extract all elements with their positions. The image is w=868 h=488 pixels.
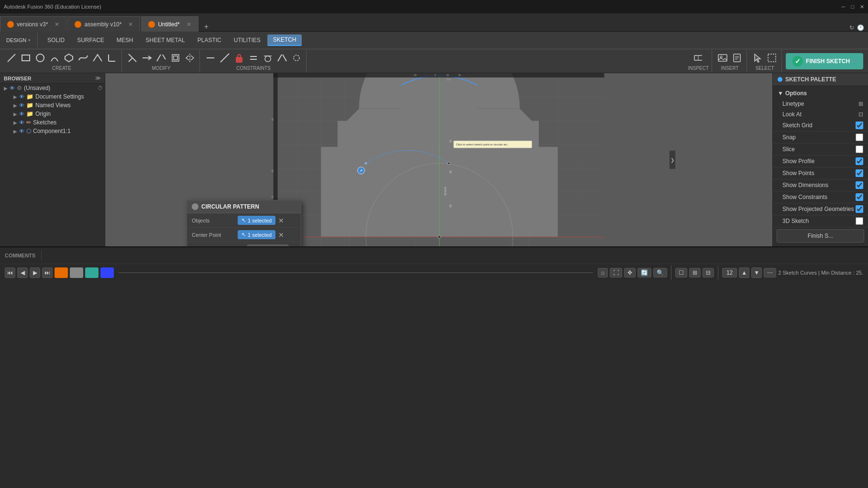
- tab-add-button[interactable]: +: [199, 22, 213, 31]
- tab-untitled[interactable]: Untitled* ✕: [141, 16, 198, 32]
- project-btn[interactable]: [290, 51, 303, 65]
- browser-item-doc-settings[interactable]: ▶ 👁 📁 Document Settings: [0, 92, 105, 101]
- timeline-item-4[interactable]: [100, 267, 114, 278]
- fillet-tool-btn[interactable]: [105, 51, 119, 65]
- tab-close-untitled[interactable]: ✕: [187, 21, 191, 28]
- center-point-btn[interactable]: ↖ 1 selected: [238, 230, 275, 239]
- qty-down-btn[interactable]: ▼: [751, 267, 762, 278]
- tab-sketch[interactable]: SKETCH: [267, 34, 302, 46]
- offset-tool-btn[interactable]: [169, 51, 182, 65]
- qty-up-btn[interactable]: ▲: [739, 267, 749, 278]
- palette-options-header[interactable]: ▼ Options: [773, 88, 868, 99]
- view-home-btn[interactable]: ⌂: [598, 268, 608, 277]
- polygon-tool-btn[interactable]: [62, 51, 76, 65]
- show-dimensions-checkbox[interactable]: [856, 181, 863, 189]
- tab-versions[interactable]: versions v3* ✕: [0, 16, 66, 32]
- timeline-play[interactable]: ▶: [30, 267, 40, 278]
- dimension-tool-btn[interactable]: [692, 51, 705, 65]
- history-icon[interactable]: ⏱: [98, 85, 103, 91]
- tab-solid[interactable]: SOLID: [42, 35, 70, 45]
- tab-mesh[interactable]: MESH: [111, 35, 139, 45]
- browser-item-origin[interactable]: ▶ 👁 📁 Origin: [0, 110, 105, 118]
- refresh-btn[interactable]: ↻: [849, 24, 854, 31]
- show-points-checkbox[interactable]: [856, 169, 863, 177]
- mirror-tool-btn[interactable]: [183, 51, 197, 65]
- window-select-btn[interactable]: [765, 51, 779, 65]
- timeline-item-2[interactable]: [70, 267, 83, 278]
- show-projected-checkbox[interactable]: [856, 205, 863, 213]
- distribution-select[interactable]: Full Symmetric Custom: [247, 244, 288, 246]
- clock-btn[interactable]: 🕐: [857, 24, 864, 31]
- select-tool-btn[interactable]: [751, 51, 764, 65]
- browser-item-named-views[interactable]: ▶ 👁 📁 Named Views: [0, 101, 105, 110]
- view-zoom-btn[interactable]: 🔍: [653, 268, 667, 277]
- browser-item-sketches[interactable]: ▶ 👁 ✏ Sketches: [0, 118, 105, 127]
- break-tool-btn[interactable]: [154, 51, 168, 65]
- finish-sketch-btn[interactable]: ✓ FINISH SKETCH ▼: [786, 53, 863, 69]
- view-pan-btn[interactable]: ✥: [624, 268, 636, 277]
- insert-icons: [716, 51, 744, 65]
- center-point-clear-btn[interactable]: ✕: [278, 231, 284, 239]
- insert-image-btn[interactable]: [716, 51, 729, 65]
- view-separator: [671, 266, 671, 280]
- tab-utilities[interactable]: UTILITIES: [228, 35, 266, 45]
- maximize-btn[interactable]: □: [851, 4, 854, 10]
- browser-item-component[interactable]: ▶ 👁 ⬡ Component1:1: [0, 127, 105, 135]
- extend-tool-btn[interactable]: [140, 51, 154, 65]
- view-more-btn[interactable]: ⋯: [764, 268, 776, 277]
- snap-checkbox[interactable]: [856, 133, 863, 141]
- expand-origin: ▶: [13, 111, 17, 117]
- tab-surface[interactable]: SURFACE: [71, 35, 110, 45]
- palette-collapse-arrow[interactable]: ❯: [669, 150, 676, 169]
- timeline-skip-start[interactable]: ⏮: [5, 267, 15, 278]
- view-fit-btn[interactable]: ⛶: [610, 268, 622, 277]
- tab-plastic[interactable]: PLASTIC: [192, 35, 227, 45]
- equal-btn[interactable]: [247, 51, 260, 65]
- palette-title: SKETCH PALETTE: [785, 76, 836, 83]
- trim-tool-btn[interactable]: [126, 51, 139, 65]
- horizontal-constraint-btn[interactable]: [204, 51, 217, 65]
- tab-sheet-metal[interactable]: SHEET METAL: [140, 35, 190, 45]
- show-constraints-checkbox[interactable]: [856, 193, 863, 201]
- conic-tool-btn[interactable]: [91, 51, 104, 65]
- slice-checkbox[interactable]: [856, 145, 863, 153]
- view-snap-btn[interactable]: ⊟: [703, 268, 714, 277]
- linetype-action-icon[interactable]: ⊞: [858, 100, 863, 107]
- svg-line-17: [278, 55, 282, 61]
- tab-close-versions[interactable]: ✕: [55, 21, 59, 28]
- coincident-btn[interactable]: [218, 51, 231, 65]
- line-tool-btn[interactable]: [5, 51, 18, 65]
- svg-point-58: [365, 162, 367, 164]
- tab-close-assembly[interactable]: ✕: [128, 21, 133, 28]
- lock-btn[interactable]: [232, 51, 246, 65]
- 3d-sketch-checkbox[interactable]: [856, 217, 863, 225]
- browser-item-unsaved[interactable]: ▶ 👁 ⚙ (Unsaved) ⏱: [0, 84, 105, 92]
- timeline-item-3[interactable]: [85, 267, 99, 278]
- spline-tool-btn[interactable]: [77, 51, 90, 65]
- browser-collapse-btn[interactable]: ≫: [95, 75, 101, 81]
- timeline-skip-end[interactable]: ⏭: [42, 267, 53, 278]
- view-display-btn[interactable]: ☐: [675, 268, 687, 277]
- sketch-grid-checkbox[interactable]: [856, 122, 863, 129]
- arc-tool-btn[interactable]: [48, 51, 61, 65]
- timeline-item-1[interactable]: [55, 267, 68, 278]
- minimize-btn[interactable]: ─: [842, 4, 846, 10]
- tab-assembly[interactable]: assembly v10* ✕: [67, 16, 140, 32]
- lookat-action-icon[interactable]: ⊡: [858, 111, 863, 118]
- palette-finish-btn[interactable]: Finish S...: [777, 229, 864, 243]
- objects-selected-btn[interactable]: ↖ 1 selected: [238, 216, 275, 225]
- rectangle-tool-btn[interactable]: [19, 51, 33, 65]
- timeline-play-prev[interactable]: ◀: [17, 267, 28, 278]
- insert-dxf-btn[interactable]: [730, 51, 744, 65]
- view-grid-btn[interactable]: ⊞: [689, 268, 701, 277]
- tab-label-versions: versions v3*: [17, 21, 48, 28]
- show-profile-checkbox[interactable]: [856, 157, 863, 165]
- objects-clear-btn[interactable]: ✕: [278, 217, 284, 224]
- circle-tool-btn[interactable]: [33, 51, 47, 65]
- design-dropdown[interactable]: DESIGN ▼: [4, 36, 33, 44]
- close-btn[interactable]: ✕: [860, 4, 864, 10]
- view-orbit-btn[interactable]: 🔄: [637, 268, 651, 277]
- canvas-area[interactable]: ↗ -25 - 0 25 50 100 50 -25 -75 R75.00: [105, 73, 772, 246]
- tangent-btn[interactable]: [261, 51, 275, 65]
- symmetry-btn[interactable]: [275, 51, 289, 65]
